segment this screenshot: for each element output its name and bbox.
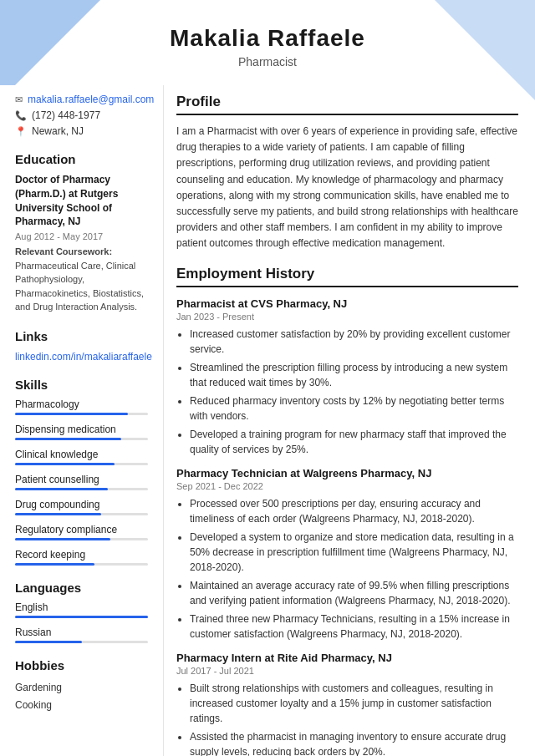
hobby-item: Cooking bbox=[15, 697, 148, 715]
language-item: Russian bbox=[15, 627, 148, 643]
skill-bar-fill bbox=[15, 463, 115, 465]
skill-name: Record keeping bbox=[15, 549, 148, 561]
skill-item: Dispensing medication bbox=[15, 424, 148, 440]
skill-bar-bg bbox=[15, 438, 148, 440]
language-item: English bbox=[15, 601, 148, 618]
contact-email: ✉ makalia.raffaele@gmail.com bbox=[15, 94, 148, 105]
job-bullet: Increased customer satisfaction by 20% b… bbox=[190, 327, 518, 357]
education-coursework: Relevant Coursework: Pharmaceutical Care… bbox=[15, 245, 148, 314]
main-content: Profile I am a Pharmacist with over 6 ye… bbox=[163, 85, 535, 756]
skills-title: Skills bbox=[15, 378, 148, 392]
hobbies-list: GardeningCooking bbox=[15, 679, 148, 715]
location-icon: 📍 bbox=[15, 126, 27, 137]
language-name: English bbox=[15, 601, 148, 613]
skill-bar-fill bbox=[15, 413, 128, 415]
skill-bar-bg bbox=[15, 413, 148, 415]
skill-name: Patient counselling bbox=[15, 474, 148, 485]
hobby-item: Gardening bbox=[15, 679, 148, 698]
job-date: Jul 2017 - Jul 2021 bbox=[176, 666, 518, 676]
contact-location: 📍 Newark, NJ bbox=[15, 125, 148, 137]
coursework-text: Pharmaceutical Care, Clinical Pathophysi… bbox=[15, 261, 144, 312]
jobs-list: Pharmacist at CVS Pharmacy, NJ Jan 2023 … bbox=[176, 297, 518, 757]
phone-icon: 📞 bbox=[15, 110, 27, 121]
skill-item: Pharmacology bbox=[15, 398, 148, 415]
job-title: Pharmacist at CVS Pharmacy, NJ bbox=[176, 297, 518, 310]
job-date: Sep 2021 - Dec 2022 bbox=[176, 481, 518, 491]
hobbies-title: Hobbies bbox=[15, 658, 148, 672]
candidate-title: Pharmacist bbox=[17, 55, 518, 68]
contact-section: ✉ makalia.raffaele@gmail.com 📞 (172) 448… bbox=[15, 94, 148, 137]
job-bullets-list: Processed over 500 prescriptions per day… bbox=[176, 496, 518, 642]
skill-name: Dispensing medication bbox=[15, 424, 148, 435]
main-layout: ✉ makalia.raffaele@gmail.com 📞 (172) 448… bbox=[0, 85, 535, 756]
job-bullet: Built strong relationships with customer… bbox=[190, 681, 518, 726]
skills-section: Skills Pharmacology Dispensing medicatio… bbox=[15, 378, 148, 566]
job-bullet: Streamlined the prescription filling pro… bbox=[190, 360, 518, 390]
education-degree: Doctor of Pharmacy (Pharm.D.) at Rutgers… bbox=[15, 173, 148, 229]
links-title: Links bbox=[15, 329, 148, 343]
hobbies-section: Hobbies GardeningCooking bbox=[15, 658, 148, 715]
profile-text: I am a Pharmacist with over 6 years of e… bbox=[176, 124, 518, 252]
languages-section: Languages English Russian bbox=[15, 581, 148, 643]
education-section: Education Doctor of Pharmacy (Pharm.D.) … bbox=[15, 152, 148, 314]
job-bullet: Assisted the pharmacist in managing inve… bbox=[190, 729, 518, 757]
education-title: Education bbox=[15, 152, 148, 166]
skill-bar-bg bbox=[15, 513, 148, 515]
language-bar-fill bbox=[15, 641, 82, 643]
job-entry: Pharmacy Intern at Rite Aid Pharmacy, NJ… bbox=[176, 652, 518, 757]
job-bullet: Developed a system to organize and store… bbox=[190, 530, 518, 575]
header: Makalia Raffaele Pharmacist bbox=[0, 0, 535, 85]
education-date: Aug 2012 - May 2017 bbox=[15, 231, 148, 241]
language-name: Russian bbox=[15, 627, 148, 638]
skill-name: Clinical knowledge bbox=[15, 449, 148, 460]
job-bullet: Processed over 500 prescriptions per day… bbox=[190, 496, 518, 526]
job-date: Jan 2023 - Present bbox=[176, 312, 518, 322]
languages-title: Languages bbox=[15, 581, 148, 595]
skill-item: Patient counselling bbox=[15, 474, 148, 490]
profile-section-title: Profile bbox=[176, 94, 518, 115]
language-bar-bg bbox=[15, 616, 148, 618]
job-bullet: Trained three new Pharmacy Technicians, … bbox=[190, 611, 518, 642]
links-section: Links linkedin.com/in/makaliaraffaele bbox=[15, 329, 148, 363]
skill-item: Clinical knowledge bbox=[15, 449, 148, 465]
job-bullet: Reduced pharmacy inventory costs by 12% … bbox=[190, 393, 518, 424]
location-text: Newark, NJ bbox=[32, 125, 84, 137]
skill-bar-bg bbox=[15, 488, 148, 490]
job-bullets-list: Increased customer satisfaction by 20% b… bbox=[176, 327, 518, 457]
skill-name: Regulatory compliance bbox=[15, 524, 148, 535]
language-bar-bg bbox=[15, 641, 148, 643]
job-entry: Pharmacy Technician at Walgreens Pharmac… bbox=[176, 467, 518, 642]
linkedin-link[interactable]: linkedin.com/in/makaliaraffaele bbox=[15, 351, 152, 363]
skill-bar-fill bbox=[15, 538, 110, 540]
skill-bar-fill bbox=[15, 438, 121, 440]
skills-list: Pharmacology Dispensing medication Clini… bbox=[15, 398, 148, 566]
skill-bar-bg bbox=[15, 538, 148, 540]
job-bullet: Developed a training program for new pha… bbox=[190, 427, 518, 457]
language-bar-fill bbox=[15, 616, 148, 618]
skill-bar-bg bbox=[15, 463, 148, 465]
job-bullets-list: Built strong relationships with customer… bbox=[176, 681, 518, 757]
coursework-label: Relevant Coursework: bbox=[15, 246, 112, 256]
skill-item: Regulatory compliance bbox=[15, 524, 148, 540]
skill-bar-fill bbox=[15, 513, 101, 515]
sidebar: ✉ makalia.raffaele@gmail.com 📞 (172) 448… bbox=[0, 85, 163, 756]
phone-text: (172) 448-1977 bbox=[32, 109, 100, 121]
skill-bar-bg bbox=[15, 563, 148, 566]
skill-bar-fill bbox=[15, 488, 108, 490]
job-bullet: Maintained an average accuracy rate of 9… bbox=[190, 578, 518, 608]
employment-section-title: Employment History bbox=[176, 266, 518, 287]
candidate-name: Makalia Raffaele bbox=[17, 25, 518, 52]
job-title: Pharmacy Technician at Walgreens Pharmac… bbox=[176, 467, 518, 479]
skill-bar-fill bbox=[15, 563, 94, 566]
contact-phone: 📞 (172) 448-1977 bbox=[15, 109, 148, 121]
email-icon: ✉ bbox=[15, 94, 23, 105]
email-link[interactable]: makalia.raffaele@gmail.com bbox=[28, 94, 154, 105]
skill-item: Record keeping bbox=[15, 549, 148, 566]
job-entry: Pharmacist at CVS Pharmacy, NJ Jan 2023 … bbox=[176, 297, 518, 457]
languages-list: English Russian bbox=[15, 601, 148, 643]
skill-name: Drug compounding bbox=[15, 499, 148, 510]
job-title: Pharmacy Intern at Rite Aid Pharmacy, NJ bbox=[176, 652, 518, 664]
skill-item: Drug compounding bbox=[15, 499, 148, 515]
skill-name: Pharmacology bbox=[15, 398, 148, 410]
